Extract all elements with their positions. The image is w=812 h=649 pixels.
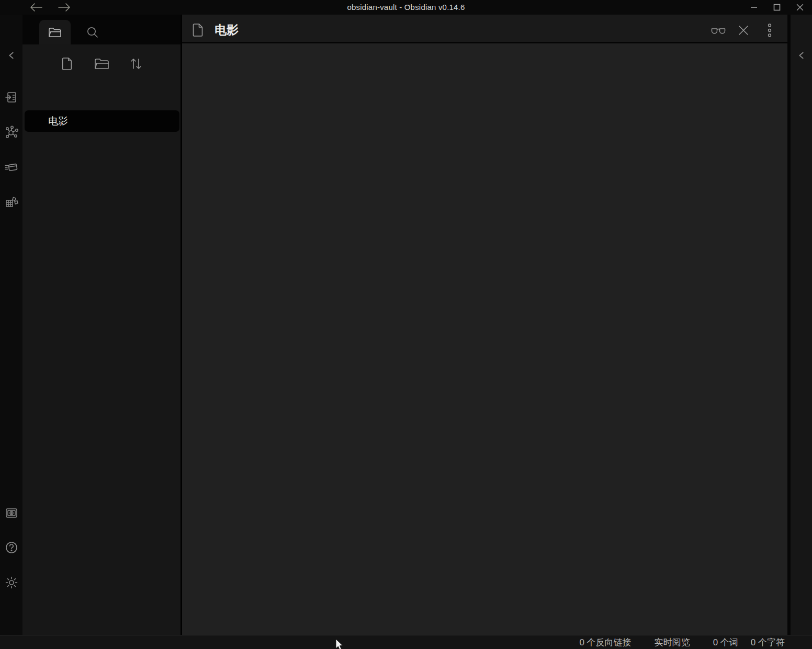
minimize-button[interactable] xyxy=(748,2,760,13)
note-title[interactable]: 电影 xyxy=(215,22,239,38)
left-sidebar: obsidian-vault 电影 xyxy=(22,15,181,635)
maximize-button[interactable] xyxy=(771,2,783,13)
quick-switcher-icon xyxy=(5,90,18,104)
vault-icon xyxy=(4,506,19,520)
character-count: 0 个字符 xyxy=(751,636,785,648)
glasses-icon xyxy=(710,25,726,36)
reading-view-button[interactable] xyxy=(710,22,727,39)
chevron-left-icon xyxy=(796,50,807,61)
new-folder-button[interactable] xyxy=(94,56,109,72)
sort-arrows-icon xyxy=(129,56,143,71)
random-note-icon xyxy=(4,196,19,210)
file-item-label: 电影 xyxy=(25,115,68,128)
maximize-icon xyxy=(773,3,781,12)
left-ribbon xyxy=(0,15,22,635)
file-item-selected[interactable]: 电影 xyxy=(25,110,179,132)
tab-file-explorer[interactable] xyxy=(39,20,71,44)
collapse-left-sidebar-button[interactable] xyxy=(0,47,22,64)
more-options-button[interactable] xyxy=(761,22,778,39)
expand-right-sidebar-button[interactable] xyxy=(791,47,812,64)
right-sidebar-collapsed xyxy=(791,15,812,635)
command-palette-button[interactable] xyxy=(0,158,22,176)
backlink-count[interactable]: 0 个反向链接 xyxy=(579,636,631,648)
titlebar: obsidian-vault - Obsidian v0.14.6 xyxy=(0,0,812,15)
sort-order-button[interactable] xyxy=(128,56,144,72)
graph-view-button[interactable] xyxy=(0,123,22,141)
status-bar: 0 个反向链接 实时阅览 0 个词 0 个字符 xyxy=(0,635,812,649)
new-note-icon xyxy=(60,56,74,71)
window-title: obsidian-vault - Obsidian v0.14.6 xyxy=(0,0,812,15)
close-icon xyxy=(738,25,749,36)
editor-content[interactable] xyxy=(182,45,787,635)
chevron-left-icon xyxy=(6,50,17,61)
explorer-actions xyxy=(22,49,181,79)
close-pane-button[interactable] xyxy=(735,22,752,39)
random-note-button[interactable] xyxy=(0,194,22,212)
help-button[interactable] xyxy=(0,539,22,556)
command-palette-icon xyxy=(4,160,19,175)
mouse-cursor xyxy=(335,639,345,649)
editor-pane: 电影 xyxy=(182,15,787,635)
pane-header: 电影 xyxy=(182,15,787,43)
open-vault-button[interactable] xyxy=(0,504,22,522)
quick-switcher-button[interactable] xyxy=(0,88,22,106)
tab-search[interactable] xyxy=(77,20,108,44)
minimize-icon xyxy=(750,3,758,12)
new-note-button[interactable] xyxy=(59,56,75,72)
kebab-menu-icon xyxy=(767,23,772,38)
document-icon xyxy=(191,23,204,37)
edit-mode-indicator[interactable]: 实时阅览 xyxy=(655,636,690,648)
sidebar-tabbar xyxy=(22,15,181,44)
new-folder-icon xyxy=(94,57,109,71)
help-icon xyxy=(4,540,19,555)
close-icon xyxy=(796,3,804,12)
gear-icon xyxy=(4,575,19,590)
search-icon xyxy=(86,26,99,39)
close-window-button[interactable] xyxy=(794,2,806,13)
graph-view-icon xyxy=(4,125,19,140)
settings-button[interactable] xyxy=(0,574,22,591)
file-explorer-panel: obsidian-vault 电影 xyxy=(22,44,181,635)
folder-icon xyxy=(48,26,62,39)
word-count: 0 个词 xyxy=(713,636,738,648)
